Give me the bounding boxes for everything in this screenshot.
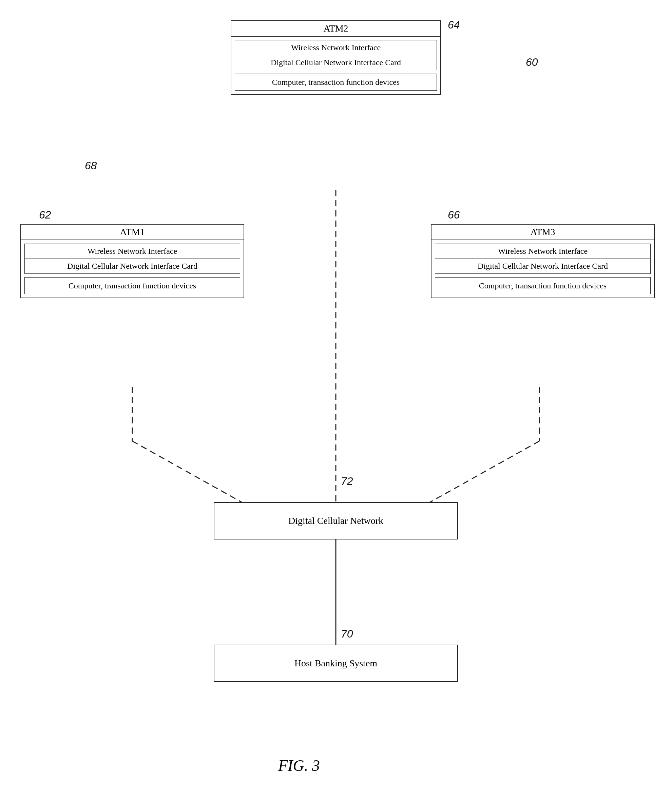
atm2-box: ATM2 Wireless Network Interface Digital … [231,20,441,95]
atm2-dcni: Digital Cellular Network Interface Card [235,55,437,70]
atm2-network-section: Wireless Network Interface Digital Cellu… [235,40,437,70]
dcn-label: Digital Cellular Network [288,515,383,526]
ref-64: 64 [448,19,460,31]
atm3-wireless: Wireless Network Interface [435,244,650,259]
atm1-network-section: Wireless Network Interface Digital Cellu… [24,244,240,274]
svg-line-4 [424,441,539,506]
atm3-box: ATM3 Wireless Network Interface Digital … [431,224,655,298]
atm2-title: ATM2 [231,21,440,37]
atm2-wireless: Wireless Network Interface [235,40,437,55]
ref-60: 60 [526,56,538,69]
svg-line-2 [132,441,248,506]
atm2-computer: Computer, transaction function devices [235,74,437,91]
hbs-label: Host Banking System [294,658,377,669]
atm1-title: ATM1 [21,224,243,240]
atm3-computer: Computer, transaction function devices [435,277,651,294]
atm3-title: ATM3 [432,224,654,240]
ref-72: 72 [341,475,353,487]
atm1-dcni: Digital Cellular Network Interface Card [25,259,240,274]
hbs-box: Host Banking System [214,645,458,682]
ref-68: 68 [85,159,97,172]
atm1-box: ATM1 Wireless Network Interface Digital … [20,224,244,298]
ref-66: 66 [448,209,460,221]
atm1-wireless: Wireless Network Interface [25,244,240,259]
ref-70: 70 [341,628,353,640]
diagram: ATM2 Wireless Network Interface Digital … [0,0,672,798]
ref-62: 62 [39,209,51,221]
atm1-computer: Computer, transaction function devices [24,277,240,294]
dcn-box: Digital Cellular Network [214,502,458,540]
atm3-network-section: Wireless Network Interface Digital Cellu… [435,244,651,274]
figure-caption: FIG. 3 [278,756,320,775]
atm3-dcni: Digital Cellular Network Interface Card [435,259,650,274]
